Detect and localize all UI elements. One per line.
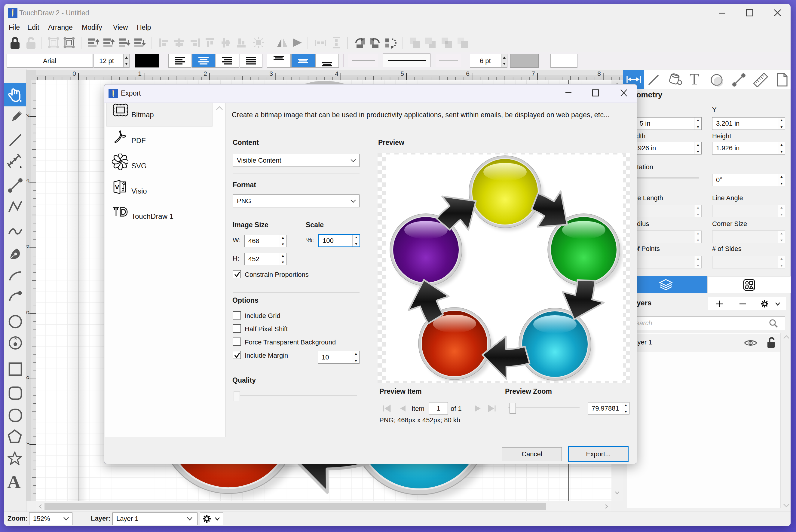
- svg-text:2: 2: [26, 114, 30, 117]
- svg-text:7: 7: [531, 70, 535, 77]
- svg-text:6: 6: [466, 70, 470, 77]
- svg-text:7: 7: [26, 441, 30, 445]
- svg-text:5: 5: [400, 70, 404, 77]
- svg-text:2: 2: [204, 70, 207, 77]
- svg-text:0: 0: [73, 70, 76, 77]
- svg-text:V: V: [115, 183, 119, 191]
- svg-text:1: 1: [138, 70, 141, 77]
- svg-text:5: 5: [26, 310, 30, 314]
- svg-text:4: 4: [26, 245, 30, 248]
- svg-text:3: 3: [269, 70, 273, 77]
- svg-text:3: 3: [26, 179, 30, 183]
- svg-text:8: 8: [597, 70, 601, 77]
- svg-text:6: 6: [26, 376, 30, 380]
- svg-text:4: 4: [335, 70, 339, 77]
